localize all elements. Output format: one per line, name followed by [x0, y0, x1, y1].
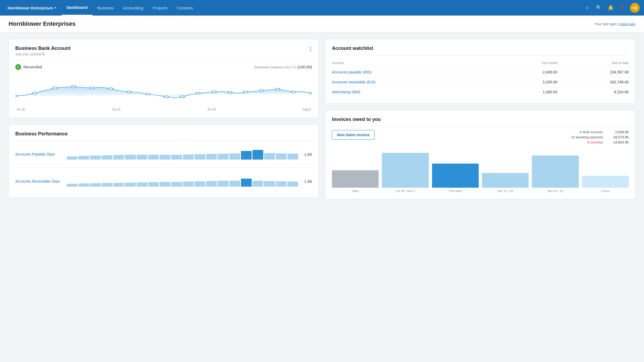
watchlist-col-ytd: Year to date	[557, 59, 629, 67]
brand-label: Hornblower Enterprises	[8, 6, 53, 10]
stat-value-1: 18,073.95	[607, 135, 629, 139]
notifications-button[interactable]: 🔔	[605, 2, 616, 13]
more-options-button[interactable]	[309, 46, 312, 53]
watchlist-table: Account This month Year to date Accounts…	[332, 59, 629, 97]
watchlist-ytd-1: 432,748.00	[557, 77, 629, 87]
watchlist-row: Accounts receivable (610) 5,345.00 432,7…	[332, 77, 629, 87]
chart-label-2: Jul 30	[207, 108, 216, 111]
bar-group-5: Future	[582, 176, 629, 193]
left-column: Business Bank Account 306-234-12345678 ✓…	[9, 39, 319, 199]
bar-label-4: Nov 20 - 26	[548, 189, 563, 193]
invoice-stat-row-2: 8 overdue 14,653.95	[571, 140, 629, 144]
top-nav: Hornblower Enterprises ▾ Dashboard Busin…	[0, 0, 644, 16]
nav-brand[interactable]: Hornblower Enterprises ▾	[4, 6, 60, 10]
svg-point-13	[244, 91, 248, 93]
watchlist-ytd-2: 6,324.00	[557, 87, 629, 97]
nav-dashboard[interactable]: Dashboard	[62, 0, 92, 16]
bank-account-number: 306-234-12345678	[15, 52, 70, 56]
bar-group-0: Older	[332, 170, 379, 193]
reconciled-label: Reconciled	[23, 65, 42, 69]
watchlist-card: Account watchlist Account This month Yea…	[325, 39, 635, 104]
invoices-bar-chart: Older Oct 30 - Nov 5 This week Nov 13 - …	[332, 150, 629, 193]
chart-label-0: Jul 16	[16, 108, 25, 111]
bar-2	[432, 164, 479, 188]
svg-point-10	[196, 92, 200, 94]
bar-group-3: Nov 13 - 19	[482, 173, 529, 193]
perf-label-1[interactable]: Accounts Receivable Days	[15, 179, 64, 183]
chart-label-3: Aug 6	[303, 108, 311, 111]
perf-row-0: Accounts Payable Days	[15, 145, 312, 164]
add-button[interactable]: ＋	[582, 2, 592, 13]
last-login-label: Your last login:	[595, 22, 617, 26]
svg-point-9	[180, 96, 184, 98]
balance-amount: (100.00)	[297, 65, 312, 69]
svg-point-17	[310, 92, 312, 94]
bar-label-2: This week	[449, 189, 462, 193]
bar-group-2: This week	[432, 164, 479, 193]
check-icon: ✓	[15, 64, 21, 70]
perf-value-1: 1.60	[301, 179, 312, 184]
user-avatar[interactable]: HE	[630, 3, 640, 13]
right-column: Account watchlist Account This month Yea…	[325, 39, 635, 199]
svg-point-16	[291, 91, 296, 93]
watchlist-row: Advertising (400) 1,300.00 6,324.00	[332, 87, 629, 97]
search-button[interactable]: 🔍	[594, 2, 604, 13]
watchlist-month-0: 2,400.00	[497, 67, 557, 77]
business-performance-card: Business Performance Accounts Payable Da…	[9, 124, 319, 198]
perf-bars-0	[67, 149, 298, 160]
svg-point-15	[276, 88, 280, 90]
stat-label-2: 8 overdue	[587, 140, 603, 144]
invoices-title: Invoices owed to you	[332, 117, 629, 122]
nav-business[interactable]: Business	[92, 0, 118, 16]
watchlist-month-2: 1,300.00	[497, 87, 557, 97]
svg-point-2	[53, 87, 57, 89]
watchlist-account-1[interactable]: Accounts receivable (610)	[332, 77, 497, 87]
nav-contacts[interactable]: Contacts	[172, 0, 198, 16]
bar-4	[532, 156, 579, 188]
watchlist-ytd-0: 234,567.00	[557, 67, 629, 77]
bar-0	[332, 170, 379, 188]
perf-row-1: Accounts Receivable Days	[15, 172, 312, 191]
svg-point-1	[32, 92, 36, 94]
svg-point-12	[228, 91, 232, 94]
svg-point-5	[109, 88, 113, 90]
invoices-header: New Sales Invoice 4 draft invoices 2,058…	[332, 130, 629, 145]
nav-projects[interactable]: Projects	[148, 0, 172, 16]
performance-title: Business Performance	[15, 131, 312, 137]
svg-point-0	[15, 95, 17, 97]
svg-point-11	[212, 91, 216, 93]
last-login: Your last login: 4 days ago	[595, 22, 635, 26]
invoice-stats: 4 draft invoices 2,058.00 10 awaiting pa…	[571, 130, 629, 145]
svg-point-14	[259, 90, 264, 92]
svg-point-8	[164, 96, 169, 98]
perf-label-0[interactable]: Accounts Payable Days	[15, 152, 64, 156]
invoice-stat-row-1: 10 awaiting payment 18,073.95	[571, 135, 629, 139]
bar-label-5: Future	[601, 189, 610, 193]
stat-label-0: 4 draft invoices	[580, 130, 603, 134]
bank-account-card: Business Bank Account 306-234-12345678 ✓…	[9, 39, 319, 118]
watchlist-col-account: Account	[332, 59, 497, 67]
page-title: Hornblower Enterprises	[9, 20, 75, 27]
watchlist-account-2[interactable]: Advertising (400)	[332, 87, 497, 97]
watchlist-title: Account watchlist	[332, 46, 629, 51]
nav-right: ＋ 🔍 🔔 ❓ HE	[582, 2, 640, 13]
brand-caret-icon: ▾	[55, 6, 56, 10]
svg-point-3	[71, 86, 76, 88]
watchlist-col-month: This month	[497, 59, 557, 67]
chart-labels: Jul 16 Jul 23 Jul 30 Aug 6	[15, 108, 312, 111]
bar-label-3: Nov 13 - 19	[498, 189, 513, 193]
perf-bars-1	[67, 176, 298, 187]
nav-links: Dashboard Business Accounting Projects C…	[62, 0, 198, 16]
watchlist-account-0[interactable]: Accounts payable (800)	[332, 67, 497, 77]
balance-info: Statement balance (Jul 17) (100.00)	[254, 65, 312, 69]
last-login-link[interactable]: 4 days ago	[618, 22, 635, 26]
stat-label-1: 10 awaiting payment	[571, 135, 603, 139]
page-header: Hornblower Enterprises Your last login: …	[0, 16, 644, 32]
bar-group-4: Nov 20 - 26	[532, 156, 579, 193]
help-button[interactable]: ❓	[617, 2, 628, 13]
nav-accounting[interactable]: Accounting	[118, 0, 148, 16]
main-content: Business Bank Account 306-234-12345678 ✓…	[0, 32, 644, 206]
bar-label-1: Oct 30 - Nov 5	[396, 189, 415, 193]
balance-label: Statement balance (Jul 17)	[254, 65, 296, 69]
new-sales-invoice-button[interactable]: New Sales Invoice	[332, 130, 375, 140]
